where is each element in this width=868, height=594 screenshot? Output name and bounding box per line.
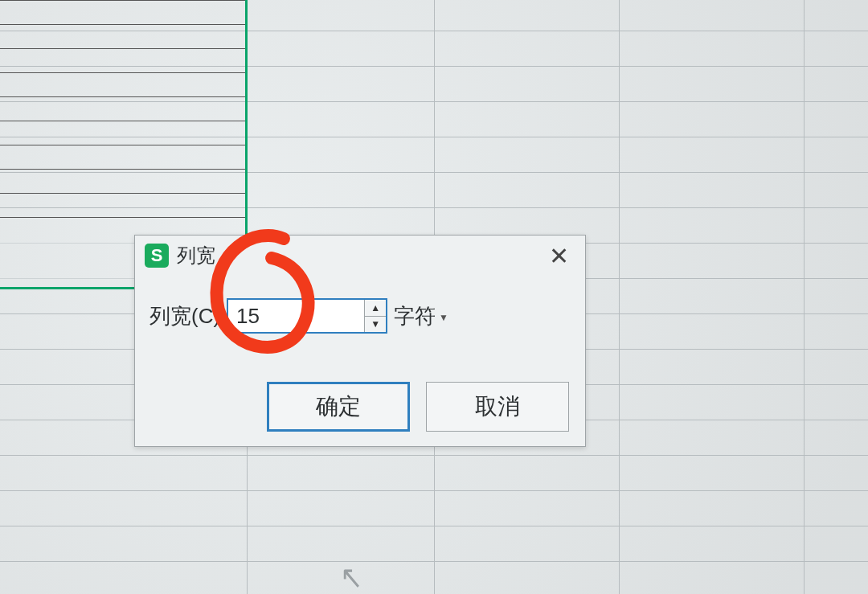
column-width-label: 列宽(C) <box>149 302 220 330</box>
app-icon: S <box>145 244 169 268</box>
dialog-title: 列宽 <box>177 243 215 268</box>
cancel-button[interactable]: 取消 <box>426 382 569 432</box>
column-width-input[interactable] <box>228 300 364 332</box>
close-icon[interactable]: ✕ <box>538 236 579 276</box>
unit-label: 字符 <box>394 302 436 330</box>
chevron-down-icon: ▼ <box>439 312 448 323</box>
column-width-stepper[interactable]: ▲ ▼ <box>227 298 387 334</box>
dialog-titlebar[interactable]: S 列宽 ✕ <box>135 236 585 276</box>
spinner-up-icon[interactable]: ▲ <box>365 300 386 317</box>
column-width-dialog: S 列宽 ✕ 列宽(C) ▲ ▼ 字符 ▼ 确定 取消 <box>134 235 586 447</box>
ok-button[interactable]: 确定 <box>267 382 410 432</box>
unit-dropdown[interactable]: 字符 ▼ <box>394 302 448 330</box>
spinner-down-icon[interactable]: ▼ <box>365 317 386 333</box>
